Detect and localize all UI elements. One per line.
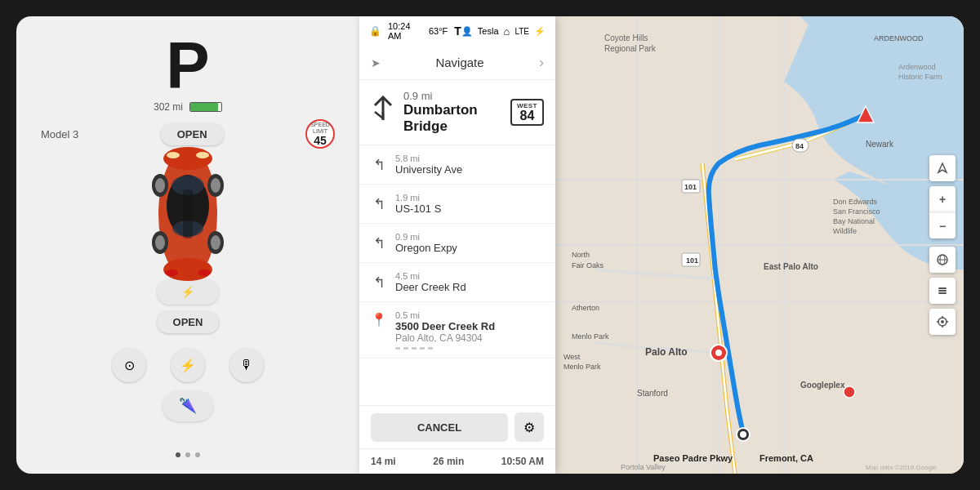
svg-point-8 xyxy=(165,270,178,276)
svg-text:Ardenwood: Ardenwood xyxy=(898,63,936,71)
svg-rect-18 xyxy=(183,189,193,238)
svg-text:Wildlife: Wildlife xyxy=(833,227,857,235)
summary-eta: 10:50 AM xyxy=(501,456,544,467)
dot-3 xyxy=(195,452,200,457)
mic-circle-button[interactable]: 🎙 xyxy=(229,348,264,382)
svg-text:Atherton: Atherton xyxy=(572,304,599,312)
step-arrow-icon-2: ↰ xyxy=(371,195,387,213)
step-item-4: ↰ 4.5 mi Deer Creek Rd xyxy=(359,263,555,302)
step-arrow-icon-4: ↰ xyxy=(371,274,387,292)
location-icon-button[interactable] xyxy=(929,309,956,335)
bolt-icon: ⚡ xyxy=(180,358,196,373)
svg-rect-66 xyxy=(938,290,947,292)
direction-info: 0.9 mi Dumbarton Bridge xyxy=(403,90,502,135)
parking-indicator: P xyxy=(166,33,209,98)
svg-point-27 xyxy=(740,431,746,438)
zoom-in-button[interactable]: + xyxy=(929,186,956,212)
open-button-bottom[interactable]: OPEN xyxy=(157,311,220,333)
map-controls: + − xyxy=(929,155,956,335)
globe-icon-button[interactable] xyxy=(929,247,956,273)
svg-text:ARDENWOOD: ARDENWOOD xyxy=(874,34,924,42)
signal-label: LTE xyxy=(514,27,529,36)
step-text-1: 5.8 mi University Ave xyxy=(395,154,544,176)
battery-mileage: 302 mi xyxy=(154,101,183,113)
svg-point-14 xyxy=(155,178,165,193)
car-image-container xyxy=(106,153,270,275)
zoom-out-button[interactable]: − xyxy=(929,212,956,238)
destination-text: 0.5 mi 3500 Deer Creek Rd Palo Alto, CA … xyxy=(395,310,544,350)
primary-road: Dumbarton Bridge xyxy=(403,102,502,135)
wiper-button[interactable]: 🌂 xyxy=(163,390,213,421)
svg-point-7 xyxy=(196,152,209,158)
svg-text:Stanford: Stanford xyxy=(637,389,668,398)
steps-list: ↰ 5.8 mi University Ave ↰ 1.9 mi US-101 … xyxy=(359,145,555,405)
navigate-arrow-icon: ➤ xyxy=(371,56,381,69)
svg-text:Bay National: Bay National xyxy=(833,217,875,225)
svg-text:101: 101 xyxy=(686,256,698,265)
svg-text:Palo Alto: Palo Alto xyxy=(645,346,688,358)
svg-text:84: 84 xyxy=(795,142,804,150)
cancel-button[interactable]: CANCEL xyxy=(371,413,508,442)
navigate-chevron[interactable]: › xyxy=(539,54,544,71)
settings-circle-button[interactable]: ⊙ xyxy=(112,348,146,382)
primary-distance: 0.9 mi xyxy=(403,90,502,102)
destination-pin-icon: 📍 xyxy=(371,312,387,327)
svg-text:Menlo Park: Menlo Park xyxy=(572,332,609,341)
user-icon: 👤 xyxy=(461,26,473,37)
destination-item: 📍 0.5 mi 3500 Deer Creek Rd Palo Alto, C… xyxy=(359,302,555,359)
nav-settings-button[interactable]: ⚙ xyxy=(514,412,544,442)
speed-limit-text: SPEEDLIMIT xyxy=(310,122,330,134)
direction-num: 84 xyxy=(520,109,535,122)
dest-addr: Palo Alto, CA 94304 xyxy=(395,332,544,344)
step-road-4: Deer Creek Rd xyxy=(395,281,544,293)
svg-text:Portola Valley: Portola Valley xyxy=(621,463,666,471)
step-item-2: ↰ 1.9 mi US-101 S xyxy=(359,185,555,224)
svg-point-6 xyxy=(167,152,180,158)
step-dist-2: 1.9 mi xyxy=(395,193,544,203)
battery-row: 302 mi xyxy=(154,101,222,113)
settings-icon: ⊙ xyxy=(124,358,135,373)
nav-actions: CANCEL ⚙ xyxy=(359,405,555,448)
car-panel: P 302 mi Model 3 OPEN SPEEDLIMIT 45 xyxy=(16,16,359,474)
svg-text:Historic Farm: Historic Farm xyxy=(898,73,942,81)
battery-bar-icon xyxy=(189,102,222,112)
step-dist-4: 4.5 mi xyxy=(395,271,544,281)
step-arrow-icon-3: ↰ xyxy=(371,234,387,252)
svg-text:West: West xyxy=(564,353,581,361)
svg-text:Fremont, CA: Fremont, CA xyxy=(760,453,813,463)
svg-rect-67 xyxy=(938,292,947,294)
svg-text:Regional Park: Regional Park xyxy=(604,44,657,53)
svg-text:San Francisco: San Francisco xyxy=(833,207,880,216)
lock-icon: 🔒 xyxy=(369,25,381,37)
navigate-header: ➤ Navigate › xyxy=(359,46,555,80)
layers-icon-button[interactable] xyxy=(929,278,956,304)
status-left: 🔒 10:24 AM 63°F T xyxy=(369,21,461,41)
step-dist-3: 0.9 mi xyxy=(395,232,544,242)
step-text-4: 4.5 mi Deer Creek Rd xyxy=(395,271,544,293)
map-panel: Coyote Hills Regional Park ARDENWOOD Ard… xyxy=(555,16,964,474)
step-arrow-icon-1: ↰ xyxy=(371,156,387,174)
svg-text:Map data ©2018 Google: Map data ©2018 Google xyxy=(866,464,938,471)
navigation-icon-button[interactable] xyxy=(929,155,956,181)
svg-text:Coyote Hills: Coyote Hills xyxy=(604,33,648,42)
speed-limit-number: 45 xyxy=(314,135,327,146)
summary-distance: 14 mi xyxy=(371,456,396,467)
svg-point-29 xyxy=(715,350,722,356)
svg-text:Paseo Padre Pkwy: Paseo Padre Pkwy xyxy=(653,453,733,463)
username-label: Tesla xyxy=(478,26,499,36)
step-item-3: ↰ 0.9 mi Oregon Expy xyxy=(359,224,555,263)
svg-point-5 xyxy=(163,258,212,281)
primary-arrow-icon xyxy=(371,96,395,130)
primary-direction: 0.9 mi Dumbarton Bridge WEST 84 xyxy=(359,80,555,145)
speed-limit-badge: SPEEDLIMIT 45 xyxy=(305,119,335,149)
svg-text:East Palo Alto: East Palo Alto xyxy=(764,262,818,271)
svg-point-51 xyxy=(844,386,855,398)
svg-text:101: 101 xyxy=(684,183,697,191)
svg-point-17 xyxy=(211,235,220,250)
step-road-3: Oregon Expy xyxy=(395,242,544,254)
bottom-icons-row: ⊙ ⚡ 🎙 xyxy=(112,348,264,382)
dest-dashes-decoration xyxy=(395,347,436,350)
lightning-circle-button[interactable]: ⚡ xyxy=(171,348,205,382)
nav-summary: 14 mi 26 min 10:50 AM xyxy=(359,448,555,474)
summary-duration: 26 min xyxy=(433,456,464,467)
